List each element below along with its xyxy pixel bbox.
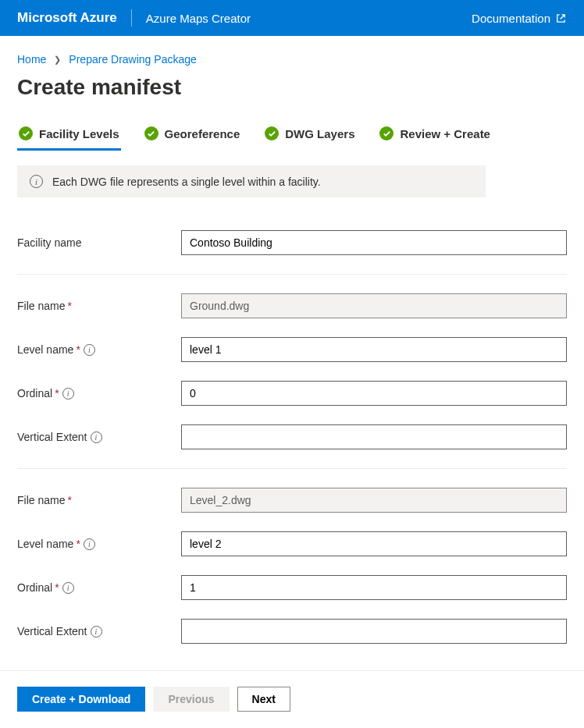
row-vertical-extent: Vertical Extenti (17, 609, 567, 653)
info-icon[interactable]: i (62, 388, 74, 400)
tab-label: Review + Create (400, 127, 490, 140)
tab-label: Facility Levels (39, 127, 119, 140)
level-name-input[interactable] (181, 337, 567, 362)
external-link-icon (555, 12, 567, 24)
level-name-input[interactable] (181, 531, 567, 556)
tab-label: DWG Layers (285, 127, 354, 140)
tab-review-create[interactable]: Review + Create (378, 122, 491, 151)
tab-facility-levels[interactable]: Facility Levels (17, 122, 121, 151)
info-icon[interactable]: i (62, 582, 74, 594)
breadcrumb-home[interactable]: Home (17, 53, 46, 66)
file-name-input (181, 488, 567, 513)
tab-label: Georeference (165, 127, 240, 140)
tab-georeference[interactable]: Georeference (143, 122, 242, 151)
page-title: Create manifest (17, 75, 567, 100)
facility-name-input[interactable] (181, 230, 567, 255)
footer-actions: Create + Download Previous Next (0, 670, 584, 727)
row-vertical-extent: Vertical Extenti (17, 415, 567, 459)
info-icon[interactable]: i (91, 431, 102, 443)
section-divider (17, 274, 567, 275)
info-message: Each DWG file represents a single level … (52, 176, 321, 188)
brand-logo: Microsoft Azure (17, 10, 117, 26)
create-download-button[interactable]: Create + Download (17, 687, 145, 712)
label-facility-name: Facility name (17, 236, 181, 249)
info-icon: i (30, 175, 43, 188)
file-name-input (181, 293, 567, 318)
check-icon (19, 126, 33, 140)
documentation-label: Documentation (472, 12, 550, 25)
label-file-name: File name* (17, 300, 181, 312)
row-level-name: Level name*i (17, 522, 567, 566)
label-ordinal: Ordinal*i (17, 581, 181, 594)
tabs: Facility Levels Georeference DWG Layers … (17, 122, 567, 151)
previous-button: Previous (153, 687, 229, 712)
check-icon (379, 126, 393, 140)
breadcrumb: Home ❯ Prepare Drawing Package (17, 53, 567, 66)
breadcrumb-prepare[interactable]: Prepare Drawing Package (69, 53, 196, 66)
vertical-extent-input[interactable] (181, 619, 567, 644)
header-divider (131, 9, 132, 27)
tab-dwg-layers[interactable]: DWG Layers (263, 122, 356, 151)
chevron-right-icon: ❯ (54, 55, 61, 65)
info-icon[interactable]: i (84, 344, 95, 356)
ordinal-input[interactable] (181, 575, 567, 600)
top-bar: Microsoft Azure Azure Maps Creator Docum… (0, 0, 584, 36)
documentation-link[interactable]: Documentation (472, 12, 567, 25)
info-icon[interactable]: i (91, 626, 102, 637)
section-divider (17, 468, 567, 469)
label-level-name: Level name*i (17, 343, 181, 356)
check-icon (265, 126, 279, 140)
label-vertical-extent: Vertical Extenti (17, 625, 181, 637)
row-ordinal: Ordinal*i (17, 371, 567, 415)
info-bar: i Each DWG file represents a single leve… (17, 165, 486, 197)
product-name: Azure Maps Creator (146, 12, 472, 25)
main-content: Home ❯ Prepare Drawing Package Create ma… (0, 36, 584, 653)
row-ordinal: Ordinal*i (17, 566, 567, 609)
row-level-name: Level name*i (17, 328, 567, 371)
row-facility-name: Facility name (17, 221, 567, 265)
info-icon[interactable]: i (84, 538, 95, 550)
label-file-name: File name* (17, 494, 181, 506)
vertical-extent-input[interactable] (181, 424, 567, 449)
row-file-name: File name* (17, 284, 567, 328)
check-icon (144, 126, 158, 140)
row-file-name: File name* (17, 478, 567, 522)
label-vertical-extent: Vertical Extenti (17, 431, 181, 443)
next-button[interactable]: Next (237, 687, 290, 712)
ordinal-input[interactable] (181, 381, 567, 406)
label-level-name: Level name*i (17, 538, 181, 550)
label-ordinal: Ordinal*i (17, 387, 181, 400)
